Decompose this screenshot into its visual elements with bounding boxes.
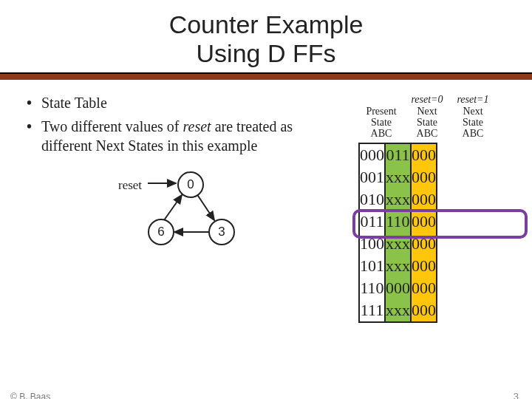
- cell-present: 000: [360, 144, 384, 166]
- state-node-label: 3: [218, 224, 225, 240]
- bullet-marker: •: [27, 117, 41, 155]
- cell-next1: 000: [412, 233, 436, 255]
- cell-next0: 000: [386, 277, 410, 299]
- cell-next0: xxx: [386, 188, 410, 211]
- cell-present: 101: [360, 255, 384, 277]
- slide: Counter Example Using D FFs • State Tabl…: [0, 10, 532, 399]
- state-node-6: 6: [148, 219, 174, 245]
- title-line-1: Counter Example: [169, 10, 364, 38]
- bullet-marker: •: [27, 93, 41, 112]
- table-column-headers: PresentStateABC NextStateABC NextStateAB…: [358, 106, 517, 141]
- cell-present: 011: [360, 211, 384, 233]
- table-super-header: reset=0 reset=1: [358, 93, 517, 106]
- state-node-label: 0: [187, 177, 194, 193]
- col-header-next1: NextStateABC: [450, 106, 496, 141]
- cell-next0: xxx: [386, 299, 410, 321]
- super-header-blank: [358, 93, 404, 106]
- cell-next0: xxx: [386, 166, 410, 188]
- col-next0: 011 xxx xxx 110 xxx xxx 000 xxx: [384, 143, 412, 323]
- cell-next1: 000: [412, 255, 436, 277]
- state-node-0: 0: [177, 171, 204, 198]
- state-diagram: reset 0 6 3: [111, 171, 288, 267]
- super-header-reset1: reset=1: [450, 93, 496, 106]
- state-node-3: 3: [208, 219, 235, 245]
- cell-next1: 000: [412, 277, 436, 299]
- bullet-item: • State Table: [27, 93, 345, 112]
- col-header-present: PresentStateABC: [358, 106, 404, 141]
- cell-next0: 110: [386, 211, 410, 233]
- title-line-2: Using D FFs: [197, 39, 336, 67]
- cell-present: 100: [360, 233, 384, 255]
- cell-next1: 000: [412, 144, 436, 166]
- cell-next1: 000: [412, 166, 436, 188]
- edge-0-3: [197, 194, 214, 220]
- cell-present: 001: [360, 166, 384, 188]
- slide-title: Counter Example Using D FFs: [0, 10, 532, 68]
- left-column: • State Table • Two different values of …: [22, 93, 345, 323]
- cell-next1: 000: [412, 211, 436, 233]
- page-number: 3: [514, 391, 519, 399]
- divider-thick: [0, 74, 532, 80]
- cell-next1: 000: [412, 299, 436, 321]
- cell-next0: xxx: [386, 233, 410, 255]
- edge-6-0: [164, 195, 182, 220]
- state-table: 000 001 010 011 100 101 110 111 011 xxx …: [358, 143, 517, 323]
- state-node-label: 6: [157, 224, 164, 240]
- col-header-next0: NextStateABC: [404, 106, 450, 141]
- cell-present: 111: [360, 299, 384, 321]
- cell-next1: 000: [412, 188, 436, 211]
- bullet-text: State Table: [41, 93, 107, 112]
- copyright-footer: © B. Baas: [10, 392, 50, 399]
- col-next1: 000 000 000 000 000 000 000 000: [410, 143, 437, 323]
- bullet-text: Two different values of reset are treate…: [41, 117, 345, 155]
- cell-present: 110: [360, 277, 384, 299]
- bullet-list: • State Table • Two different values of …: [22, 93, 345, 155]
- right-column: reset=0 reset=1 PresentStateABC NextStat…: [358, 93, 517, 323]
- cell-present: 010: [360, 188, 384, 211]
- body: • State Table • Two different values of …: [0, 80, 532, 323]
- col-present: 000 001 010 011 100 101 110 111: [358, 143, 386, 323]
- cell-next0: xxx: [386, 255, 410, 277]
- bullet-item: • Two different values of reset are trea…: [27, 117, 345, 155]
- super-header-reset0: reset=0: [404, 93, 450, 106]
- reset-keyword: reset: [183, 118, 211, 134]
- cell-next0: 011: [386, 144, 410, 166]
